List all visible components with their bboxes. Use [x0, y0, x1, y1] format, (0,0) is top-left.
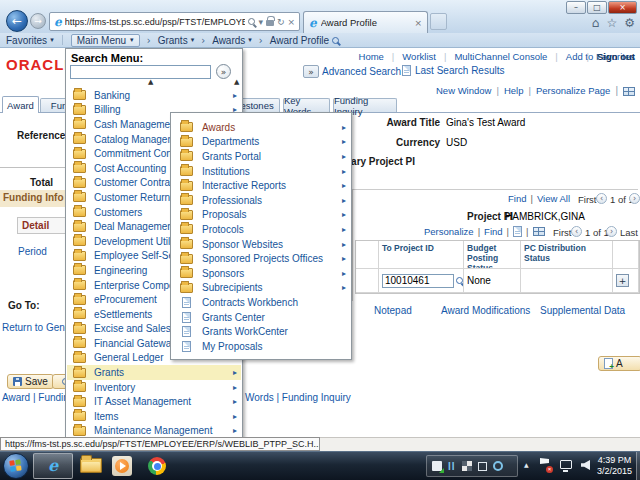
tray-app-icon[interactable]: [432, 461, 442, 471]
menu-search-input[interactable]: [70, 65, 211, 79]
search-icon[interactable]: [248, 18, 255, 25]
menu-search-go-button[interactable]: [216, 64, 231, 79]
taskbar-ie-button[interactable]: e: [33, 453, 73, 479]
breadcrumb-awards[interactable]: Awards: [212, 35, 252, 46]
advanced-search-link[interactable]: Advanced Search: [322, 66, 401, 77]
view-all-link[interactable]: View All: [537, 193, 570, 204]
folder-icon: [73, 324, 86, 334]
related-link[interactable]: Supplemental Data: [540, 305, 625, 316]
start-button[interactable]: [3, 453, 29, 479]
page-action-link[interactable]: New Window: [436, 85, 491, 96]
show-desktop-button[interactable]: [636, 452, 640, 480]
grid-pager-next[interactable]: [606, 226, 617, 237]
component-tab[interactable]: Award: [2, 96, 39, 113]
tab-close-icon[interactable]: [414, 18, 422, 28]
speaker-icon[interactable]: [581, 460, 590, 470]
tray-expand-icon[interactable]: [524, 461, 529, 468]
address-bar[interactable]: e https://fms-tst.ps.sc.edu/psp/FTST/EMP…: [49, 12, 300, 31]
menu-scroll-up-icon[interactable]: [234, 79, 239, 86]
search-expand-button[interactable]: [303, 65, 319, 78]
submenu-item[interactable]: Protocols: [172, 222, 350, 237]
new-tab-button[interactable]: [430, 13, 447, 30]
submenu-item[interactable]: My Proposals: [172, 339, 350, 354]
menu-scroll-up-icon[interactable]: [148, 79, 153, 86]
favorites-menu[interactable]: Favorites: [6, 35, 54, 46]
submenu-item[interactable]: Professionals: [172, 193, 350, 208]
tray-checker-icon[interactable]: [462, 461, 472, 471]
find-link[interactable]: Find: [484, 226, 502, 237]
submenu-item[interactable]: Interactive Reports: [172, 178, 350, 193]
related-link[interactable]: Award Modifications: [441, 305, 530, 316]
bottom-links-right[interactable]: Words | Funding Inquiry: [245, 392, 351, 403]
pager-next-button[interactable]: [629, 193, 640, 204]
header-link[interactable]: MultiChannel Console: [436, 51, 547, 62]
personalize-link[interactable]: Personalize: [424, 226, 474, 237]
action-center-flag-icon[interactable]: [540, 458, 550, 472]
breadcrumb-award-profile[interactable]: Award Profile: [270, 35, 339, 46]
submenu-item[interactable]: Grants WorkCenter: [172, 324, 350, 339]
add-button-fragment[interactable]: A: [598, 356, 640, 371]
browser-tab[interactable]: e Award Profile: [303, 11, 428, 33]
menu-item[interactable]: Items: [67, 409, 241, 424]
gear-icon[interactable]: [624, 17, 635, 29]
export-icon[interactable]: [513, 226, 522, 237]
tray-ring-icon[interactable]: [493, 461, 503, 471]
submenu-item[interactable]: Contracts Workbench: [172, 295, 350, 310]
pager-prev-button[interactable]: [596, 193, 607, 204]
folder-icon: [73, 265, 86, 275]
last-search-results[interactable]: Last Search Results: [402, 65, 505, 76]
submenu-item[interactable]: Proposals: [172, 208, 350, 223]
home-icon[interactable]: [592, 17, 600, 29]
detail-grid-tab[interactable]: Detail: [17, 217, 66, 234]
submenu-item[interactable]: Grants Center: [172, 310, 350, 325]
page-action-link[interactable]: Help: [491, 85, 523, 96]
menu-item[interactable]: IT Asset Management: [67, 394, 241, 409]
menu-item[interactable]: Inventory: [67, 380, 241, 395]
close-button[interactable]: [608, 1, 637, 14]
save-button[interactable]: Save: [7, 374, 54, 389]
page-action-link[interactable]: Personalize Page: [523, 85, 610, 96]
menu-item[interactable]: Grants: [67, 365, 241, 380]
taskbar-chrome-button[interactable]: [148, 457, 166, 475]
project-id-input[interactable]: [382, 274, 454, 288]
favorites-star-icon[interactable]: [606, 17, 617, 29]
submenu-arrow-icon: [342, 137, 346, 146]
network-icon[interactable]: [560, 460, 572, 469]
breadcrumb-main-menu[interactable]: Main Menu: [71, 34, 140, 47]
submenu-item[interactable]: Sponsored Projects Offices: [172, 251, 350, 266]
submenu-item[interactable]: Institutions: [172, 164, 350, 179]
submenu-item[interactable]: Sponsor Websites: [172, 237, 350, 252]
tray-pause-icon[interactable]: II: [448, 461, 456, 472]
sign-out-link[interactable]: Sign out: [579, 51, 635, 62]
lookup-icon[interactable]: [456, 277, 463, 284]
tray-square-icon[interactable]: [478, 462, 487, 471]
find-link[interactable]: Find: [508, 193, 526, 204]
back-button[interactable]: [6, 10, 28, 32]
refresh-icon[interactable]: [277, 17, 285, 27]
layout-grid-icon[interactable]: [623, 87, 635, 96]
header-link[interactable]: Home: [359, 51, 384, 62]
component-tab[interactable]: Key Words: [283, 98, 330, 112]
submenu-item[interactable]: Grants Portal: [172, 149, 350, 164]
submenu-item[interactable]: Departments: [172, 135, 350, 150]
stop-icon[interactable]: [287, 17, 295, 27]
grid-pager-prev[interactable]: [571, 226, 582, 237]
period-link[interactable]: Period: [18, 246, 47, 257]
taskbar-media-player-button[interactable]: [112, 456, 132, 476]
component-tab[interactable]: Funding Inquiry: [333, 98, 397, 112]
related-link[interactable]: Notepad: [374, 305, 412, 316]
breadcrumb-grants[interactable]: Grants: [158, 35, 195, 46]
menu-item[interactable]: Banking: [67, 88, 241, 103]
taskbar-explorer-button[interactable]: [80, 458, 102, 473]
header-link[interactable]: Worklist: [384, 51, 436, 62]
taskbar-clock[interactable]: 4:39 PM 3/2/2015: [597, 455, 632, 477]
submenu-item[interactable]: Awards: [172, 120, 350, 135]
submenu-item[interactable]: Sponsors: [172, 266, 350, 281]
submenu-item[interactable]: Subrecipients: [172, 281, 350, 296]
download-grid-icon[interactable]: [533, 227, 545, 236]
address-dropdown-icon[interactable]: [258, 17, 263, 27]
minimize-button[interactable]: [566, 1, 586, 14]
add-row-button[interactable]: [616, 274, 629, 287]
maximize-button[interactable]: [587, 1, 607, 14]
forward-button[interactable]: [30, 13, 46, 29]
